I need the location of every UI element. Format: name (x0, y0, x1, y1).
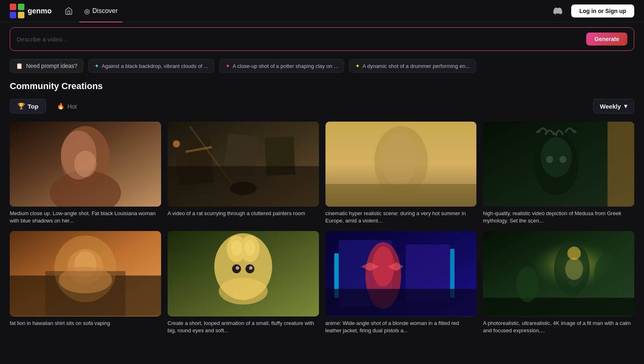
star-icon-yellow: ✦ (355, 63, 360, 69)
section-title: Community Creations (10, 81, 634, 92)
video-thumb-4 (483, 122, 634, 207)
time-filter-dropdown[interactable]: Weekly ▾ (593, 99, 634, 113)
video-caption-4: high-quality, realistic video depiction … (483, 210, 634, 225)
trophy-icon: 🏆 (17, 102, 25, 110)
search-area: Describe a video... Generate (0, 22, 644, 56)
prompt-chip-3[interactable]: ✦ A dynamic shot of a drummer performing… (349, 59, 476, 73)
svg-rect-2 (10, 12, 16, 18)
svg-point-44 (236, 266, 239, 270)
clipboard-icon: 📋 (16, 63, 23, 69)
discover-label: Discover (92, 7, 118, 15)
video-caption-7: anime: Wide-angle shot of a blonde woman… (325, 320, 477, 334)
svg-point-45 (249, 266, 253, 270)
svg-point-15 (173, 140, 180, 148)
svg-rect-0 (10, 4, 16, 10)
svg-rect-16 (168, 166, 319, 207)
login-button[interactable]: Log in or Sign up (571, 4, 634, 17)
svg-point-41 (245, 240, 255, 256)
svg-point-46 (218, 278, 267, 305)
svg-rect-28 (608, 122, 634, 207)
video-thumb-8 (483, 231, 634, 316)
discover-tab[interactable]: ◎ Discover (79, 0, 122, 22)
video-card-3[interactable]: cinematic hyper realistic scene: during … (325, 122, 477, 225)
tab-top[interactable]: 🏆 Top (10, 99, 46, 113)
video-thumb-3 (325, 122, 477, 207)
video-card-8[interactable]: A photorealistic, ultrarealistic, 4K ima… (483, 231, 634, 334)
star-icon-blue: ✦ (94, 63, 99, 69)
video-card-7[interactable]: anime: Wide-angle shot of a blonde woman… (325, 231, 477, 334)
video-caption-1: Medium close up. Low-angle shot. Fat bla… (10, 210, 161, 225)
navbar: genmo ◎ Discover Log in or Sign up (0, 0, 644, 22)
filter-bar: 🏆 Top 🔥 Hot Weekly ▾ (10, 99, 634, 113)
video-caption-8: A photorealistic, ultrarealistic, 4K ima… (483, 320, 634, 334)
community-section: Community Creations 🏆 Top 🔥 Hot Weekly ▾ (0, 81, 644, 334)
svg-point-63 (594, 253, 621, 298)
svg-point-8 (74, 150, 97, 177)
discord-button[interactable] (551, 4, 565, 18)
svg-point-27 (559, 156, 567, 163)
prompt-ideas-bar: 📋 Need prompt ideas? ✦ Against a black b… (0, 56, 644, 81)
nav-right: Log in or Sign up (551, 4, 634, 18)
star-icon-pink: ✦ (225, 63, 230, 69)
video-card-2[interactable]: A video of a rat scurrying through a clu… (168, 122, 319, 225)
video-thumb-2 (168, 122, 319, 207)
svg-point-25 (541, 137, 572, 177)
chevron-down-icon: ▾ (624, 102, 627, 110)
logo-icon (10, 4, 24, 18)
logo-text: genmo (28, 7, 52, 15)
svg-point-35 (59, 267, 112, 294)
video-grid: Medium close up. Low-angle shot. Fat bla… (10, 122, 634, 334)
search-input[interactable]: Describe a video... (17, 36, 586, 43)
svg-rect-22 (325, 184, 477, 207)
video-card-6[interactable]: Create a short, looped animation of a sm… (168, 231, 319, 334)
generate-button[interactable]: Generate (586, 33, 627, 46)
svg-rect-3 (18, 12, 24, 18)
prompt-chip-1[interactable]: ✦ Against a black backdrop, vibrant clou… (88, 59, 214, 73)
svg-rect-61 (483, 298, 634, 316)
video-card-1[interactable]: Medium close up. Low-angle shot. Fat bla… (10, 122, 161, 225)
search-bar[interactable]: Describe a video... Generate (10, 27, 634, 51)
video-card-4[interactable]: high-quality, realistic video depiction … (483, 122, 634, 225)
video-thumb-6 (168, 231, 319, 316)
video-thumb-5 (10, 231, 161, 316)
svg-point-62 (516, 267, 539, 303)
home-button[interactable] (61, 5, 76, 17)
svg-point-60 (565, 258, 583, 280)
filter-tabs: 🏆 Top 🔥 Hot (10, 99, 85, 113)
prompt-chip-2[interactable]: ✦ A close-up shot of a potter shaping cl… (219, 59, 344, 73)
svg-point-20 (381, 133, 417, 186)
video-caption-5: fat lion in hawaiian shirt sits on sofa … (10, 320, 161, 327)
fire-icon: 🔥 (57, 102, 65, 110)
video-caption-3: cinematic hyper realistic scene: during … (325, 210, 477, 225)
svg-point-26 (546, 156, 553, 163)
svg-rect-54 (325, 289, 477, 316)
discover-icon: ◎ (84, 7, 90, 15)
tab-hot[interactable]: 🔥 Hot (49, 99, 84, 113)
video-thumb-7 (325, 231, 477, 316)
logo[interactable]: genmo (10, 4, 52, 18)
prompt-ideas-label[interactable]: 📋 Need prompt ideas? (10, 59, 83, 73)
video-caption-6: Create a short, looped animation of a sm… (168, 320, 319, 334)
video-card-5[interactable]: fat lion in hawaiian shirt sits on sofa … (10, 231, 161, 334)
video-caption-2: A video of a rat scurrying through a clu… (168, 210, 319, 217)
video-thumb-1 (10, 122, 161, 207)
svg-point-40 (231, 240, 242, 256)
svg-rect-1 (18, 4, 24, 10)
